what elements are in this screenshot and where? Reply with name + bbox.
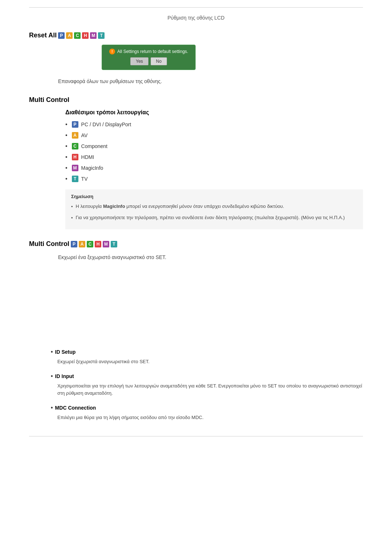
mode-label-av: AV: [81, 132, 88, 138]
pachmt-badge-p: P: [71, 241, 77, 247]
dialog-buttons: Yes No: [109, 57, 188, 65]
dialog-text: ! All Settings return to default setting…: [109, 49, 188, 54]
pachmt-badge-a: A: [79, 241, 85, 247]
mdc-connection-title: MDC Connection: [51, 405, 363, 411]
mode-item-pc: P PC / DVI / DisplayPort: [65, 121, 363, 128]
pachmt-badge-h: H: [95, 241, 101, 247]
mdc-connection-desc: Επιλέγει μια θύρα για τη λήψη σήματος ει…: [57, 414, 363, 422]
mode-badge-h: H: [72, 154, 78, 160]
note-title: Σημείωση: [71, 194, 357, 199]
mode-item-magicinfo: M MagicInfo: [65, 165, 363, 171]
multi-control-image: [58, 269, 363, 341]
badge-t: T: [98, 32, 105, 39]
mode-badge-m: M: [72, 165, 78, 171]
available-modes-title: Διαθέσιμοι τρόποι λειτουργίας: [65, 109, 363, 116]
dialog-yes-button[interactable]: Yes: [130, 57, 148, 65]
badge-p: P: [58, 32, 65, 39]
multi-control-section: Multi Control Διαθέσιμοι τρόποι λειτουργ…: [29, 96, 363, 229]
reset-description: Επαναφορά όλων των ρυθμίσεων της οθόνης.: [58, 77, 363, 85]
mode-list: P PC / DVI / DisplayPort A AV C Componen…: [65, 121, 363, 182]
reset-all-title: Reset All P A C H M T: [29, 32, 363, 39]
reset-all-section: Reset All P A C H M T ! All Settings ret…: [29, 32, 363, 85]
mode-item-component: C Component: [65, 143, 363, 149]
badge-a: A: [66, 32, 73, 39]
badge-c: C: [74, 32, 81, 39]
sub-items-list: ID Setup Εκχωρεί ξεχωριστά αναγνωριστικά…: [51, 349, 363, 422]
pachmt-badge-m: M: [103, 241, 109, 247]
note-item-1: Η λειτουργία MagicInfo μπορεί να ενεργοπ…: [71, 203, 357, 210]
mode-badge-t: T: [72, 176, 78, 182]
note-box: Σημείωση Η λειτουργία MagicInfo μπορεί ν…: [65, 189, 363, 229]
top-border: [29, 7, 363, 8]
pachmt-badge-t: T: [111, 241, 117, 247]
mode-label-magicinfo: MagicInfo: [81, 165, 103, 171]
reset-dialog: ! All Settings return to default setting…: [102, 45, 196, 70]
bottom-border: [29, 436, 363, 436]
page-container: Ρύθμιση της οθόνης LCD Reset All P A C H…: [0, 0, 392, 554]
mode-label-hdmi: HDMI: [81, 154, 94, 160]
pachmt-badge-c: C: [87, 241, 93, 247]
multi-control-pachmt-section: Multi Control P A C H M T Εκχωρεί ένα ξε…: [29, 240, 363, 422]
mode-badge-c: C: [72, 143, 78, 149]
dialog-no-button[interactable]: No: [151, 57, 167, 65]
mode-label-pc: PC / DVI / DisplayPort: [81, 122, 131, 127]
mode-badge-a: A: [72, 132, 78, 139]
id-setup-desc: Εκχωρεί ξεχωριστά αναγνωριστικά στο SET.: [57, 358, 363, 366]
id-input-title: ID Input: [51, 373, 363, 379]
id-input-desc: Χρησιμοποιείται για την επιλογή των λειτ…: [57, 382, 363, 398]
mode-item-tv: T TV: [65, 176, 363, 182]
mode-item-av: A AV: [65, 132, 363, 139]
mode-label-tv: TV: [81, 176, 88, 182]
page-title: Ρύθμιση της οθόνης LCD: [29, 15, 363, 21]
mode-badge-p: P: [72, 121, 78, 128]
badge-m: M: [90, 32, 97, 39]
multi-control-title: Multi Control: [29, 96, 363, 104]
multi-control-pachmt-title: Multi Control P A C H M T: [29, 240, 363, 248]
badge-h: H: [82, 32, 89, 39]
note-item-2: Για να χρησιμοποιήσετε την τηλεόραση, πρ…: [71, 214, 357, 222]
sub-item-id-setup: ID Setup Εκχωρεί ξεχωριστά αναγνωριστικά…: [51, 349, 363, 366]
sub-item-id-input: ID Input Χρησιμοποιείται για την επιλογή…: [51, 373, 363, 398]
multi-control-description: Εκχωρεί ένα ξεχωριστό αναγνωριστικό στο …: [58, 253, 363, 261]
sub-item-mdc-connection: MDC Connection Επιλέγει μια θύρα για τη …: [51, 405, 363, 422]
dialog-icon: !: [109, 49, 115, 54]
mode-item-hdmi: H HDMI: [65, 154, 363, 160]
mode-label-component: Component: [81, 143, 107, 149]
id-setup-title: ID Setup: [51, 349, 363, 355]
